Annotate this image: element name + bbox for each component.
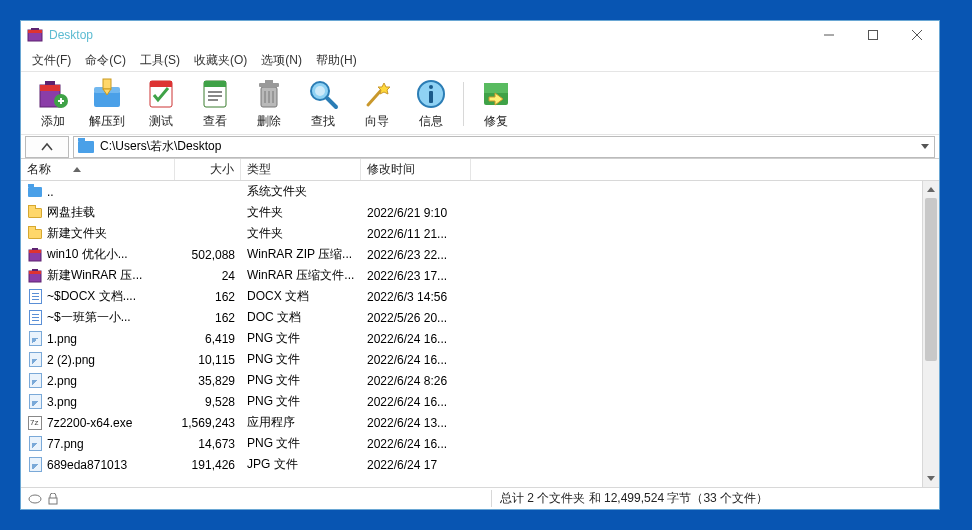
file-name: ~$DOCX 文档....	[47, 288, 136, 305]
svg-rect-40	[32, 248, 38, 250]
file-type: JPG 文件	[241, 456, 361, 473]
tool-label: 查找	[311, 113, 335, 130]
tool-info-button[interactable]: 信息	[405, 76, 457, 132]
png-icon	[27, 373, 43, 389]
menu-item[interactable]: 收藏夹(O)	[187, 50, 254, 71]
table-row[interactable]: 新建WinRAR 压...24WinRAR 压缩文件...2022/6/23 1…	[21, 265, 939, 286]
svg-rect-20	[208, 91, 222, 93]
up-button[interactable]	[25, 136, 69, 158]
vertical-scrollbar[interactable]	[922, 181, 939, 487]
col-header-type[interactable]: 类型	[241, 159, 361, 180]
table-row[interactable]: 网盘挂载文件夹2022/6/21 9:10	[21, 202, 939, 223]
file-name: 2 (2).png	[47, 353, 95, 367]
info-icon	[413, 76, 449, 111]
upfolder-icon	[27, 184, 43, 200]
tool-test-button[interactable]: 测试	[135, 76, 187, 132]
png-icon	[27, 457, 43, 473]
table-row[interactable]: 689eda871013191,426JPG 文件2022/6/24 17	[21, 454, 939, 475]
tool-label: 向导	[365, 113, 389, 130]
exe-icon	[27, 415, 43, 431]
file-size: 162	[175, 311, 241, 325]
file-name: 网盘挂载	[47, 204, 95, 221]
svg-point-30	[315, 86, 325, 96]
minimize-button[interactable]	[807, 21, 851, 49]
address-dropdown-icon[interactable]	[916, 137, 934, 157]
file-type: 文件夹	[241, 204, 361, 221]
file-date: 2022/6/11 21...	[361, 227, 471, 241]
svg-rect-4	[869, 31, 878, 40]
file-date: 2022/6/24 16...	[361, 332, 471, 346]
col-header-name[interactable]: 名称	[21, 159, 175, 180]
table-row[interactable]: 2 (2).png10,115PNG 文件2022/6/24 16...	[21, 349, 939, 370]
file-date: 2022/6/21 9:10	[361, 206, 471, 220]
table-row[interactable]: 7z2200-x64.exe1,569,243应用程序2022/6/24 13.…	[21, 412, 939, 433]
file-name: 新建WinRAR 压...	[47, 267, 142, 284]
file-date: 2022/6/24 17	[361, 458, 471, 472]
doc-icon	[27, 310, 43, 326]
table-row[interactable]: ~$DOCX 文档....162DOCX 文档2022/6/3 14:56	[21, 286, 939, 307]
file-type: 系统文件夹	[241, 183, 361, 200]
menu-item[interactable]: 文件(F)	[25, 50, 78, 71]
file-type: 应用程序	[241, 414, 361, 431]
file-size: 14,673	[175, 437, 241, 451]
tool-delete-button[interactable]: 删除	[243, 76, 295, 132]
file-size: 1,569,243	[175, 416, 241, 430]
view-icon	[197, 76, 233, 111]
sort-asc-icon	[73, 167, 81, 172]
table-row[interactable]: ..系统文件夹	[21, 181, 939, 202]
tool-extract-button[interactable]: 解压到	[81, 76, 133, 132]
col-header-size[interactable]: 大小	[175, 159, 241, 180]
delete-icon	[251, 76, 287, 111]
tool-add-button[interactable]: 添加	[27, 76, 79, 132]
scroll-thumb[interactable]	[925, 198, 937, 361]
table-row[interactable]: 2.png35,829PNG 文件2022/6/24 8:26	[21, 370, 939, 391]
table-row[interactable]: 1.png6,419PNG 文件2022/6/24 16...	[21, 328, 939, 349]
table-row[interactable]: ~$一班第一小...162DOC 文档2022/5/26 20...	[21, 307, 939, 328]
titlebar: Desktop	[21, 21, 939, 49]
status-summary: 总计 2 个文件夹 和 12,499,524 字节（33 个文件）	[491, 490, 939, 507]
wizard-icon	[359, 76, 395, 111]
file-size: 6,419	[175, 332, 241, 346]
tool-label: 信息	[419, 113, 443, 130]
menu-item[interactable]: 工具(S)	[133, 50, 187, 71]
png-icon	[27, 436, 43, 452]
toolbar: 添加解压到测试查看删除查找向导信息修复	[21, 71, 939, 135]
folder-icon	[27, 205, 43, 221]
file-size: 191,426	[175, 458, 241, 472]
file-type: DOC 文档	[241, 309, 361, 326]
file-name: 1.png	[47, 332, 77, 346]
file-type: WinRAR ZIP 压缩...	[241, 246, 361, 263]
address-path: C:\Users\若水\Desktop	[100, 138, 221, 155]
toolbar-separator	[463, 82, 464, 126]
add-icon	[35, 76, 71, 111]
folder-icon	[78, 141, 94, 153]
menu-item[interactable]: 命令(C)	[78, 50, 133, 71]
file-name: 689eda871013	[47, 458, 127, 472]
address-field[interactable]: C:\Users\若水\Desktop	[73, 136, 935, 158]
table-row[interactable]: 3.png9,528PNG 文件2022/6/24 16...	[21, 391, 939, 412]
table-row[interactable]: 新建文件夹文件夹2022/6/11 21...	[21, 223, 939, 244]
file-date: 2022/5/26 20...	[361, 311, 471, 325]
table-row[interactable]: win10 优化小...502,088WinRAR ZIP 压缩...2022/…	[21, 244, 939, 265]
menu-item[interactable]: 选项(N)	[254, 50, 309, 71]
table-row[interactable]: 77.png14,673PNG 文件2022/6/24 16...	[21, 433, 939, 454]
svg-rect-8	[40, 85, 60, 91]
tool-view-button[interactable]: 查看	[189, 76, 241, 132]
png-icon	[27, 394, 43, 410]
lock-icon	[45, 493, 61, 505]
svg-rect-42	[29, 271, 41, 274]
svg-point-44	[29, 495, 41, 503]
scroll-up-icon[interactable]	[923, 181, 939, 198]
col-header-date[interactable]: 修改时间	[361, 159, 471, 180]
file-size: 502,088	[175, 248, 241, 262]
tool-repair-button[interactable]: 修复	[470, 76, 522, 132]
svg-rect-17	[150, 81, 172, 87]
tool-wizard-button[interactable]: 向导	[351, 76, 403, 132]
file-size: 24	[175, 269, 241, 283]
menu-item[interactable]: 帮助(H)	[309, 50, 364, 71]
close-button[interactable]	[895, 21, 939, 49]
scroll-down-icon[interactable]	[923, 470, 939, 487]
maximize-button[interactable]	[851, 21, 895, 49]
tool-find-button[interactable]: 查找	[297, 76, 349, 132]
file-size: 35,829	[175, 374, 241, 388]
